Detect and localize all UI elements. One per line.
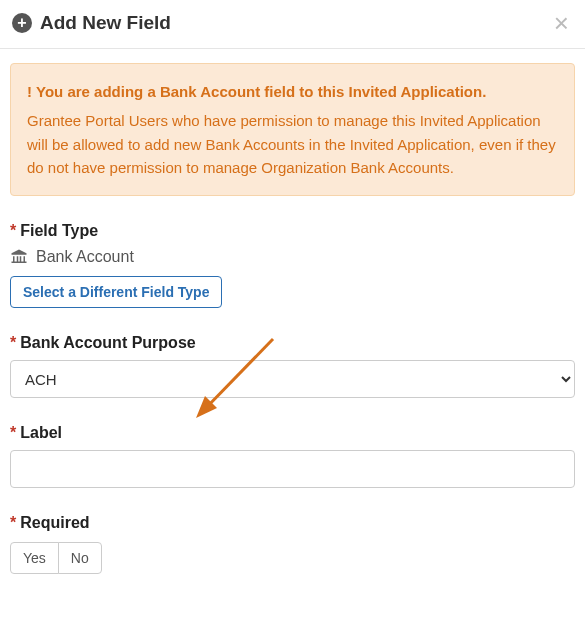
bank-icon (10, 248, 28, 266)
warning-alert: !You are adding a Bank Account field to … (10, 63, 575, 196)
close-icon[interactable]: × (550, 10, 573, 36)
required-asterisk: * (10, 514, 16, 531)
required-asterisk: * (10, 222, 16, 239)
purpose-label-row: *Bank Account Purpose (10, 334, 575, 352)
purpose-select[interactable]: ACH (10, 360, 575, 398)
required-yes-button[interactable]: Yes (10, 542, 59, 574)
field-type-value-row: Bank Account (10, 248, 575, 266)
label-input[interactable] (10, 450, 575, 488)
required-asterisk: * (10, 424, 16, 441)
modal-title: Add New Field (40, 12, 171, 34)
required-group: *Required Yes No (10, 514, 575, 574)
plus-circle-icon: + (12, 13, 32, 33)
exclamation-icon: ! (27, 83, 32, 100)
modal-header-left: + Add New Field (12, 12, 171, 34)
modal-header: + Add New Field × (0, 0, 585, 49)
modal-body: !You are adding a Bank Account field to … (0, 49, 585, 594)
bank-account-purpose-group: *Bank Account Purpose ACH (10, 334, 575, 398)
label-label-row: *Label (10, 424, 575, 442)
field-type-group: *Field Type Bank Account Select a Differ… (10, 222, 575, 308)
field-type-label: Field Type (20, 222, 98, 239)
required-toggle: Yes No (10, 542, 102, 574)
warning-headline-row: !You are adding a Bank Account field to … (27, 80, 558, 103)
label-group: *Label (10, 424, 575, 488)
purpose-label: Bank Account Purpose (20, 334, 195, 351)
warning-body: Grantee Portal Users who have permission… (27, 109, 558, 179)
add-field-modal: + Add New Field × !You are adding a Bank… (0, 0, 585, 594)
label-label: Label (20, 424, 62, 441)
required-no-button[interactable]: No (58, 542, 102, 574)
field-type-value: Bank Account (36, 248, 134, 266)
field-type-label-row: *Field Type (10, 222, 575, 240)
required-asterisk: * (10, 334, 16, 351)
select-different-type-button[interactable]: Select a Different Field Type (10, 276, 222, 308)
warning-headline: You are adding a Bank Account field to t… (36, 83, 486, 100)
required-label-row: *Required (10, 514, 575, 532)
required-label: Required (20, 514, 89, 531)
svg-marker-1 (196, 396, 217, 418)
